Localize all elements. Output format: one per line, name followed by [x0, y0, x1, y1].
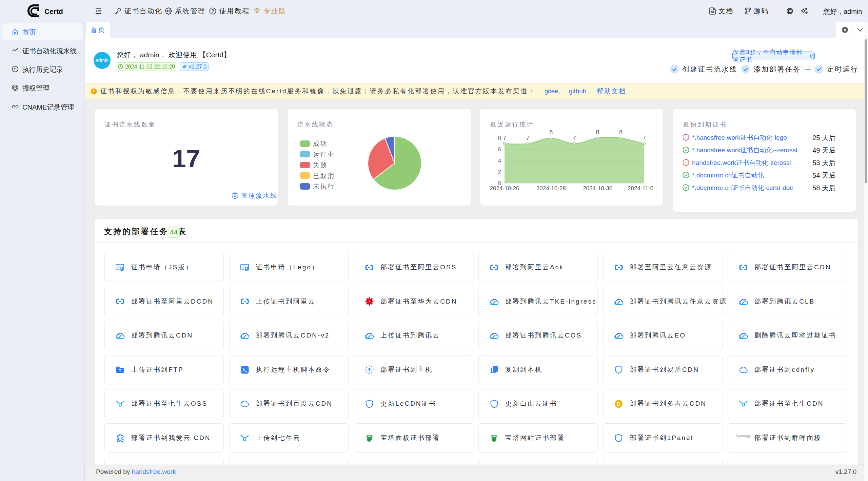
svg-text:8: 8 — [549, 129, 553, 136]
svg-text:4: 4 — [498, 158, 501, 164]
svg-text:8: 8 — [498, 135, 501, 141]
svg-text:6: 6 — [498, 146, 501, 153]
svg-text:7: 7 — [526, 135, 530, 141]
svg-text:7: 7 — [573, 135, 576, 141]
svg-text:2024-11-0: 2024-11-0 — [628, 185, 653, 192]
svg-text:8: 8 — [619, 129, 623, 136]
svg-text:8: 8 — [596, 129, 599, 136]
svg-text:2024-10-30: 2024-10-30 — [583, 185, 612, 192]
svg-text:2: 2 — [498, 169, 501, 175]
svg-text:7: 7 — [643, 135, 646, 141]
svg-text:D: D — [617, 401, 620, 406]
svg-text:2024-10-26: 2024-10-26 — [490, 185, 519, 192]
svg-text:7: 7 — [503, 135, 506, 141]
svg-text:2024-10-28: 2024-10-28 — [536, 185, 566, 192]
